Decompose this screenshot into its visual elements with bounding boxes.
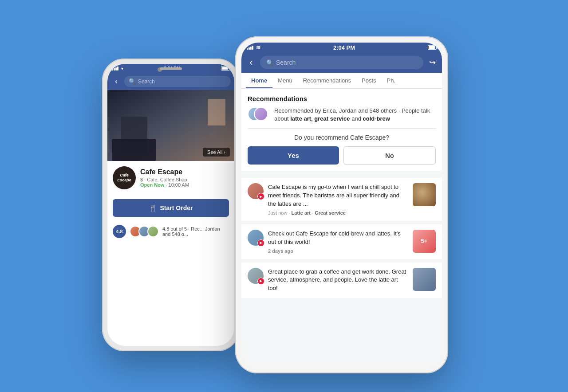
review-thumbnail-2: 5+ (413, 230, 436, 253)
back-phone-speaker (160, 67, 182, 70)
front-search-icon: 🔍 (266, 59, 273, 66)
review-meta-1: Just now · Latte art · Great service (268, 210, 408, 216)
cafe-meta: $ · Cafe, Coffee Shop Open Now · 10:00 A… (140, 177, 189, 188)
reviewer-avatar-3 (147, 226, 159, 237)
no-button[interactable]: No (343, 146, 436, 165)
tab-recommendations[interactable]: Recommendations (298, 73, 356, 88)
rating-text: 4.8 out of 5 · Rec... Jordan and 548 o..… (162, 226, 229, 237)
divider (248, 128, 436, 129)
rating-avatars (130, 226, 159, 237)
back-search-icon: 🔍 (129, 78, 136, 85)
front-wifi-icon: ≋ (256, 44, 260, 51)
front-tabs-bar: Home Menu Recommendations Posts Ph... (241, 73, 442, 89)
review-play-badge-2: ▶ (257, 239, 264, 247)
rating-row: 4.8 4.8 out of 5 · Rec... Jordan and 548… (107, 221, 234, 242)
cafe-image: See All › (107, 90, 234, 161)
tab-photos[interactable]: Ph... (382, 73, 395, 88)
back-button[interactable]: ‹ (111, 77, 122, 86)
front-back-button[interactable]: ‹ (246, 57, 256, 68)
review-text-2: Check out Cafe Escape for cold-brew and … (268, 230, 408, 247)
review-content-2: Check out Cafe Escape for cold-brew and … (268, 230, 408, 254)
phone-back: ▾ 2:04 PM ‹ 🔍 Search (102, 59, 240, 351)
phone-front: ≋ 2:04 PM ‹ 🔍 Search ↪ (235, 36, 448, 373)
recommendations-title: Recommendations (248, 95, 436, 102)
rating-badge: 4.8 (113, 225, 126, 238)
recommendations-section: Recommendations Recommended by Erica, Jo… (241, 89, 442, 174)
recommend-question: Do you recommend Cafe Escape? (248, 134, 436, 141)
cafe-info-section: CafeEscape Cafe Escape $ · Cafe, Coffee … (107, 161, 234, 195)
review-item-1: ▶ Cafe Escape is my go-to when I want a … (241, 178, 442, 221)
front-content: Recommendations Recommended by Erica, Jo… (241, 89, 442, 367)
battery-icon (221, 66, 230, 71)
review-avatar-3: ▶ (248, 268, 264, 284)
front-signal-icon (247, 45, 253, 50)
cafe-logo: CafeEscape (113, 166, 136, 189)
back-phone-content: ▾ 2:04 PM ‹ 🔍 Search (107, 64, 234, 346)
cafe-logo-text: CafeEscape (117, 173, 131, 183)
back-search-bar[interactable]: 🔍 Search (124, 76, 231, 87)
front-battery-icon (428, 45, 437, 50)
count-thumbnail: 5+ (413, 230, 436, 253)
yes-button[interactable]: Yes (248, 146, 339, 165)
review-avatar-2: ▶ (248, 230, 264, 246)
review-text-3: Great place to grab a coffee and get wor… (268, 268, 408, 293)
review-item-2: ▶ Check out Cafe Escape for cold-brew an… (241, 224, 442, 259)
front-share-button[interactable]: ↪ (427, 58, 438, 67)
review-thumbnail-1 (413, 183, 436, 206)
review-text-1: Cafe Escape is my go-to when I want a ch… (268, 183, 408, 208)
recommender-avatar-2 (254, 107, 268, 121)
tab-posts[interactable]: Posts (356, 73, 382, 88)
cafe-thumbnail (413, 268, 436, 291)
front-search-bar[interactable]: 🔍 Search (260, 56, 423, 69)
review-content-3: Great place to grab a coffee and get wor… (268, 268, 408, 293)
front-nav-bar: ‹ 🔍 Search ↪ (241, 52, 442, 73)
review-play-badge-1: ▶ (257, 193, 264, 200)
signal-icon (112, 66, 118, 71)
review-item-3: ▶ Great place to grab a coffee and get w… (241, 263, 442, 298)
cafe-name: Cafe Escape (140, 168, 189, 176)
review-thumbnail-3 (413, 268, 436, 291)
review-avatar-1: ▶ (248, 183, 264, 199)
front-search-placeholder: Search (276, 59, 296, 66)
wifi-icon: ▾ (121, 66, 123, 71)
order-icon: 🍴 (149, 204, 157, 212)
cafe-details: Cafe Escape $ · Cafe, Coffee Shop Open N… (140, 168, 189, 188)
recommend-buttons: Yes No (248, 146, 436, 165)
see-all-button[interactable]: See All › (203, 148, 230, 157)
review-meta-2: 2 days ago (268, 248, 408, 254)
front-phone-display: ≋ 2:04 PM ‹ 🔍 Search ↪ (241, 43, 442, 367)
front-status-bar: ≋ 2:04 PM (241, 43, 442, 52)
recommendation-text: Recommended by Erica, Jordan and 548 oth… (274, 107, 436, 123)
review-play-badge-3: ▶ (257, 278, 264, 285)
open-status: Open Now (140, 182, 164, 188)
phone-front-inner: ≋ 2:04 PM ‹ 🔍 Search ↪ (241, 43, 442, 367)
recommendation-row: Recommended by Erica, Jordan and 548 oth… (248, 107, 436, 123)
recommender-avatars (248, 107, 270, 123)
start-order-button[interactable]: 🍴 Start Order (113, 199, 229, 217)
phones-container: ▾ 2:04 PM ‹ 🔍 Search (102, 23, 466, 369)
status-left: ▾ (112, 66, 123, 71)
tab-menu[interactable]: Menu (272, 73, 298, 88)
front-time: 2:04 PM (333, 44, 355, 51)
status-left-front: ≋ (247, 44, 260, 51)
coffee-thumbnail (413, 183, 436, 206)
back-nav-bar: ‹ 🔍 Search (107, 73, 234, 90)
review-content-1: Cafe Escape is my go-to when I want a ch… (268, 183, 408, 216)
phone-back-inner: ▾ 2:04 PM ‹ 🔍 Search (107, 64, 234, 346)
tab-home[interactable]: Home (246, 73, 272, 88)
back-search-placeholder: Search (138, 78, 155, 85)
